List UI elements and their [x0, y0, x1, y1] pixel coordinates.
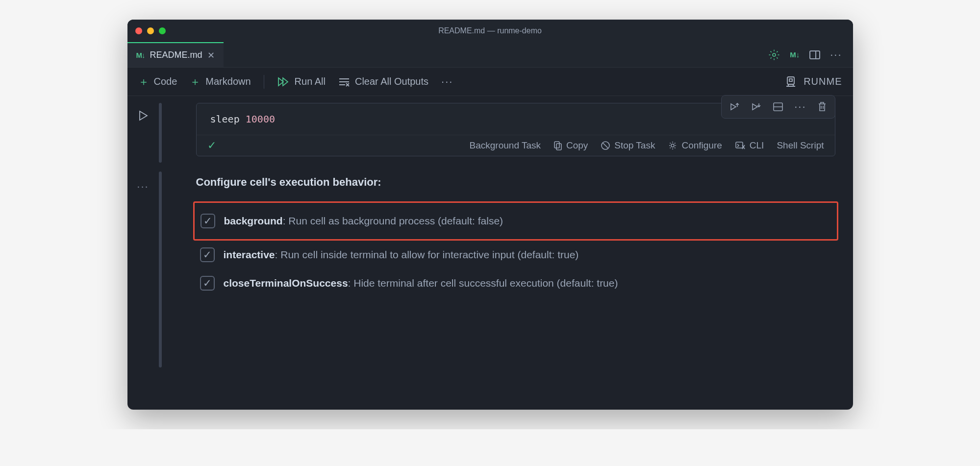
maximize-window-button[interactable]	[159, 27, 166, 34]
kernel-name[interactable]: RUNME	[804, 76, 842, 87]
markdown-preview-icon[interactable]: M↓	[790, 50, 800, 59]
cell-more-icon[interactable]: ···	[137, 180, 149, 193]
run-all-button[interactable]: Run All	[277, 76, 326, 87]
checkbox-closeTerminalOnSuccess[interactable]: ✓	[200, 276, 215, 291]
tab-label: README.md	[150, 50, 202, 60]
svg-point-17	[671, 144, 674, 147]
stop-icon	[601, 141, 610, 150]
code-command: sleep	[210, 113, 240, 125]
minimize-window-button[interactable]	[147, 27, 154, 34]
svg-rect-14	[556, 144, 561, 150]
stop-task-button[interactable]: Stop Task	[601, 140, 655, 151]
cell-footer: ✓ Background Task Copy Stop Task Configu…	[197, 135, 835, 156]
svg-rect-13	[554, 142, 559, 148]
plus-icon: ＋	[138, 74, 149, 89]
add-markdown-label: Markdown	[205, 76, 251, 87]
close-window-button[interactable]	[135, 27, 142, 34]
add-markdown-button[interactable]: ＋ Markdown	[190, 74, 251, 89]
close-tab-icon[interactable]: ✕	[207, 50, 215, 61]
toolbar-divider	[264, 75, 264, 89]
configure-icon	[668, 141, 678, 150]
copy-icon	[553, 141, 562, 150]
notebook-toolbar: ＋ Code ＋ Markdown Run All Clear All Outp…	[127, 68, 853, 96]
config-row-closeTerminalOnSuccess: ✓closeTerminalOnSuccess: Hide terminal a…	[196, 269, 835, 297]
config-row-background: ✓background: Run cell as background proc…	[197, 207, 835, 235]
window-title: README.md — runme-demo	[127, 26, 853, 35]
tab-readme[interactable]: M↓ README.md ✕	[127, 42, 224, 67]
vscode-window: README.md — runme-demo M↓ README.md ✕ M↓…	[127, 20, 853, 410]
delete-cell-icon[interactable]	[817, 101, 827, 112]
language-label[interactable]: Shell Script	[777, 140, 824, 151]
add-code-label: Code	[154, 76, 177, 87]
split-cell-icon[interactable]	[773, 102, 783, 112]
svg-rect-6	[787, 77, 794, 84]
output-indicator-bar	[159, 172, 162, 368]
success-icon: ✓	[207, 139, 216, 152]
cell-main: ··· sleep 10000 ✓ Background Task	[159, 96, 853, 410]
cell-indicator-bar	[159, 103, 162, 163]
notebook-content: ··· ··· s	[127, 96, 853, 410]
config-label: closeTerminalOnSuccess: Hide terminal af…	[224, 277, 618, 289]
tab-bar: M↓ README.md ✕ M↓ ···	[127, 42, 853, 68]
background-task-button[interactable]: Background Task	[470, 140, 541, 151]
editor-actions: M↓ ···	[768, 42, 853, 67]
traffic-lights	[135, 27, 166, 34]
config-row-interactive: ✓interactive: Run cell inside terminal t…	[196, 241, 835, 269]
run-above-icon[interactable]	[729, 101, 740, 112]
config-label: interactive: Run cell inside terminal to…	[224, 249, 579, 261]
cli-icon	[735, 141, 746, 150]
gear-icon[interactable]	[768, 49, 780, 61]
svg-rect-7	[789, 79, 792, 81]
run-all-icon	[277, 76, 290, 87]
clear-outputs-icon	[338, 77, 350, 87]
svg-line-16	[603, 143, 608, 148]
config-section: Configure cell's execution behavior: ✓ba…	[196, 176, 835, 297]
run-below-icon[interactable]	[751, 101, 762, 112]
clear-outputs-button[interactable]: Clear All Outputs	[338, 76, 428, 87]
add-code-button[interactable]: ＋ Code	[138, 74, 177, 89]
cell-floating-toolbar: ···	[721, 95, 835, 119]
markdown-file-icon: M↓	[136, 51, 145, 59]
copy-button[interactable]: Copy	[553, 140, 588, 151]
run-cell-button[interactable]	[138, 110, 149, 122]
run-all-label: Run All	[295, 76, 326, 87]
cli-button[interactable]: CLI	[735, 140, 764, 151]
checkbox-interactive[interactable]: ✓	[200, 247, 215, 262]
split-editor-icon[interactable]	[809, 50, 820, 59]
more-actions-icon[interactable]: ···	[830, 49, 842, 61]
code-arg: 10000	[246, 113, 275, 125]
svg-rect-18	[736, 142, 743, 148]
toolbar-more-icon[interactable]: ···	[441, 75, 453, 88]
checkbox-background[interactable]: ✓	[201, 214, 215, 228]
svg-point-0	[773, 53, 776, 56]
config-title: Configure cell's execution behavior:	[196, 176, 835, 189]
clear-outputs-label: Clear All Outputs	[355, 76, 428, 87]
config-label: background: Run cell as background proce…	[224, 215, 503, 227]
configure-button[interactable]: Configure	[668, 140, 722, 151]
cell-gutter: ···	[127, 96, 159, 410]
cell-more-actions-icon[interactable]: ···	[794, 100, 806, 113]
titlebar: README.md — runme-demo	[127, 20, 853, 42]
plus-icon: ＋	[190, 74, 201, 89]
kernel-icon[interactable]	[785, 75, 797, 88]
